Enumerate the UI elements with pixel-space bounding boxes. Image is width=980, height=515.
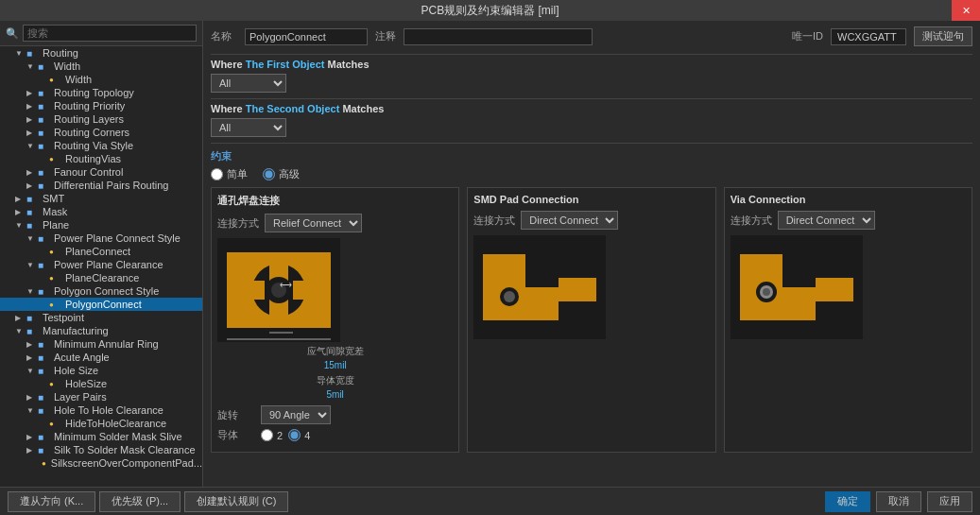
search-bar: 🔍 — [0, 21, 202, 46]
simple-radio[interactable] — [211, 168, 223, 180]
tree-item-plane-connect[interactable]: ●PlaneConnect — [0, 245, 202, 258]
tree-label-power-plane-clearance: Power Plane Clearance — [54, 259, 163, 270]
tree-item-testpoint[interactable]: ▶■Testpoint — [0, 311, 202, 324]
priority-button[interactable]: 优先级 (P)... — [99, 491, 181, 512]
svg-point-17 — [504, 291, 515, 302]
tree-label-smt: SMT — [43, 193, 64, 204]
col1-conductor-count-label: 导体 — [217, 428, 255, 442]
col1-conn-select[interactable]: Relief Connect Direct Connect No Connect — [265, 214, 362, 232]
tree-item-manufacturing[interactable]: ▼■Manufacturing — [0, 324, 202, 337]
comment-label: 注释 — [375, 29, 396, 43]
tree-item-plane[interactable]: ▼■Plane — [0, 218, 202, 232]
col1-count2-radio[interactable] — [261, 429, 273, 441]
tree-item-min-annular-ring[interactable]: ▶■Minimum Annular Ring — [0, 337, 202, 351]
tree-item-hole-size-child[interactable]: ●HoleSize — [0, 377, 202, 390]
col1-count4-radio[interactable] — [288, 429, 301, 441]
svg-text:⟷: ⟷ — [280, 280, 292, 289]
tree-item-min-solder-mask[interactable]: ▶■Minimum Solder Mask Slive — [0, 430, 202, 443]
tree-item-routing[interactable]: ▼■Routing — [0, 46, 202, 60]
tree-item-silkscreen-child[interactable]: ●SilkscreenOverComponentPad... — [0, 456, 202, 470]
cancel-button[interactable]: 取消 — [876, 491, 921, 512]
direction-button[interactable]: 遵从方向 (K... — [8, 491, 95, 512]
tree-icon-routing-priority: ■ — [38, 101, 49, 112]
tree-label-hole-size: Hole Size — [54, 365, 98, 376]
create-default-button[interactable]: 创建默认规则 (C) — [184, 491, 288, 512]
svg-rect-21 — [816, 278, 853, 301]
tree-item-smt[interactable]: ▶■SMT — [0, 192, 202, 205]
col2-conn-select[interactable]: Direct Connect Relief Connect No Connect — [521, 211, 618, 230]
col1-angle-select[interactable]: 90 Angle 45 Angle — [261, 405, 331, 424]
col2-conn-label: 连接方式 — [473, 214, 515, 228]
col1-count2-label[interactable]: 2 — [261, 429, 283, 441]
tree-label-routing: Routing — [43, 47, 78, 59]
tree-label-hole-size-child: HoleSize — [65, 378, 107, 389]
bottom-bar: 遵从方向 (K... 优先级 (P)... 创建默认规则 (C) 确定 取消 应… — [0, 487, 980, 515]
tree-item-diff-pairs[interactable]: ▶■Differential Pairs Routing — [0, 179, 202, 192]
tree-label-plane-connect: PlaneConnect — [65, 246, 130, 257]
tree-item-polygon-connect-style[interactable]: ▼■Polygon Connect Style — [0, 284, 202, 298]
tree-item-fanout-control[interactable]: ▶■Fanour Control — [0, 165, 202, 179]
tree-arrow-routing-topology: ▶ — [26, 89, 36, 97]
tree-item-routing-priority[interactable]: ▶■Routing Priority — [0, 99, 202, 112]
tree-item-routing-layers[interactable]: ▶■Routing Layers — [0, 112, 202, 126]
tree-icon-testpoint: ■ — [26, 313, 38, 323]
tree-item-silkscreen[interactable]: ▶■Silk To Solder Mask Clearance — [0, 443, 202, 456]
tree-label-routing-corners: Routing Corners — [54, 127, 129, 138]
where-first-title: Where The First Object Matches — [211, 59, 972, 70]
col3-conn-select[interactable]: Direct Connect Relief Connect No Connect — [778, 211, 875, 230]
tree-item-hide-hole-clearance[interactable]: ●HideToHoleClearance — [0, 417, 202, 430]
tree-item-acute-angle[interactable]: ▶■Acute Angle — [0, 351, 202, 364]
where-second-select[interactable]: All — [211, 118, 286, 137]
simple-label: 简单 — [227, 167, 248, 181]
tree-arrow-silkscreen: ▶ — [26, 446, 36, 455]
tree-icon-smt: ■ — [26, 194, 38, 204]
tree-item-layer-pairs[interactable]: ▶■Layer Pairs — [0, 390, 202, 403]
tree-icon-silkscreen: ■ — [38, 445, 49, 455]
tree-item-mask[interactable]: ▶■Mask — [0, 205, 202, 218]
tree-arrow-layer-pairs: ▶ — [26, 393, 36, 402]
tree-item-power-plane-clearance[interactable]: ▼■Power Plane Clearance — [0, 258, 202, 271]
tree-item-plane-clearance[interactable]: ●PlaneClearance — [0, 271, 202, 284]
svg-point-24 — [763, 288, 770, 296]
tree-arrow-width: ▼ — [26, 62, 36, 71]
tree-arrow-acute-angle: ▶ — [26, 353, 36, 362]
tree-item-routing-corners[interactable]: ▶■Routing Corners — [0, 126, 202, 139]
col1-count4-label[interactable]: 4 — [288, 429, 310, 441]
advanced-radio-label[interactable]: 高级 — [263, 167, 300, 181]
tree-arrow-fanout-control: ▶ — [26, 168, 36, 177]
tree-item-width-child[interactable]: ●Width — [0, 73, 202, 86]
apply-button[interactable]: 应用 — [927, 491, 972, 512]
tree-label-min-annular-ring: Minimum Annular Ring — [54, 338, 159, 350]
where-second-row: All — [211, 118, 972, 137]
confirm-button[interactable]: 确定 — [825, 491, 870, 512]
bottom-right-buttons: 确定 取消 应用 — [825, 491, 972, 512]
where-first-select[interactable]: All — [211, 74, 286, 93]
tree-item-routing-vias[interactable]: ●RoutingVias — [0, 152, 202, 165]
tree-arrow-min-solder-mask: ▶ — [26, 433, 36, 441]
advanced-radio[interactable] — [263, 168, 275, 180]
col1-box: 通孔焊盘连接 连接方式 Relief Connect Direct Connec… — [211, 187, 459, 453]
tree-item-power-plane-connect-style[interactable]: ▼■Power Plane Connect Style — [0, 232, 202, 245]
tree-label-testpoint: Testpoint — [43, 312, 84, 323]
tree-label-routing-layers: Routing Layers — [54, 113, 124, 125]
col3-conn-row: 连接方式 Direct Connect Relief Connect No Co… — [731, 211, 966, 230]
search-input[interactable] — [23, 25, 197, 42]
tree-item-hole-clearance[interactable]: ▼■Hole To Hole Clearance — [0, 403, 202, 417]
close-button[interactable]: ✕ — [952, 0, 980, 21]
comment-input[interactable] — [404, 28, 593, 45]
tree-item-routing-via-style[interactable]: ▼■Routing Via Style — [0, 139, 202, 152]
col1-conductor-label: 导体宽度 — [217, 374, 453, 387]
test-button[interactable]: 测试迎句 — [914, 26, 972, 46]
sidebar: 🔍 ▼■Routing▼■Width●Width▶■Routing Topolo… — [0, 21, 203, 487]
constraint-radio-group: 简单 高级 — [211, 167, 972, 181]
name-input[interactable] — [245, 28, 368, 45]
simple-radio-label[interactable]: 简单 — [211, 167, 248, 181]
tree-icon-routing: ■ — [26, 48, 38, 59]
col2-title: SMD Pad Connection — [473, 194, 709, 205]
tree-item-routing-topology[interactable]: ▶■Routing Topology — [0, 86, 202, 99]
tree-item-polygon-connect[interactable]: ●PolygonConnect — [0, 298, 202, 311]
tree-item-hole-size[interactable]: ▼■Hole Size — [0, 364, 202, 377]
col2-preview — [473, 235, 709, 342]
tree-arrow-smt: ▶ — [15, 195, 25, 203]
tree-item-width[interactable]: ▼■Width — [0, 60, 202, 73]
